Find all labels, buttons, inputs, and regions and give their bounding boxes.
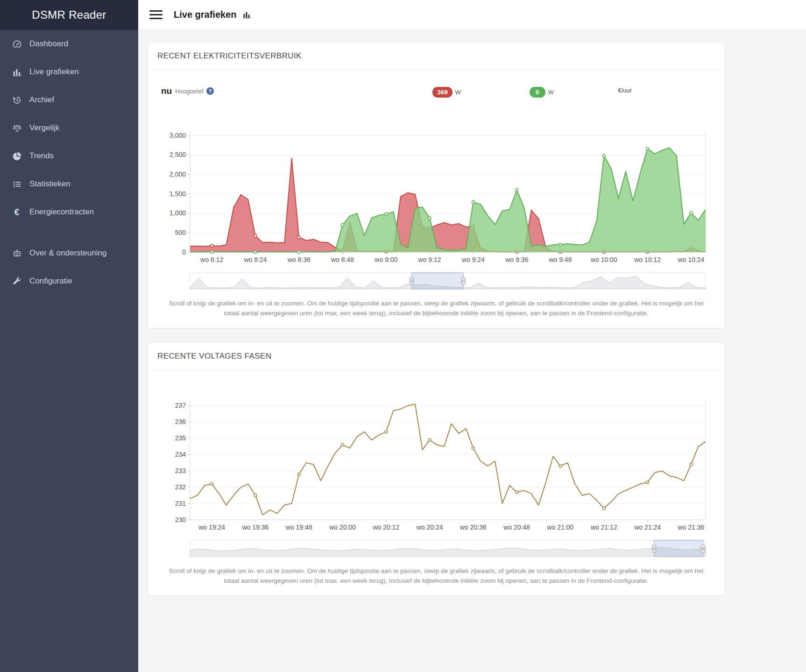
hamburger-menu-icon[interactable] bbox=[149, 8, 163, 21]
sidebar-item-label: Archief bbox=[29, 95, 54, 105]
electricity-card-title: RECENT ELEKTRICITEITSVERBRUIK bbox=[148, 42, 724, 70]
svg-text:wo 21:24: wo 21:24 bbox=[634, 523, 661, 531]
svg-text:wo 20:00: wo 20:00 bbox=[329, 523, 356, 531]
series-marker bbox=[211, 482, 213, 485]
robot-icon bbox=[11, 248, 22, 259]
usage-badge-group: 369 W bbox=[432, 87, 460, 98]
pie-chart-icon bbox=[11, 150, 22, 162]
svg-text:wo 8:36: wo 8:36 bbox=[287, 256, 311, 263]
sidebar-item-energiecontracten[interactable]: €Energiecontracten bbox=[0, 198, 138, 226]
series-marker bbox=[690, 463, 693, 466]
series-marker bbox=[297, 251, 300, 254]
svg-text:wo 19:48: wo 19:48 bbox=[285, 523, 312, 531]
scale-icon bbox=[11, 122, 22, 134]
series-marker bbox=[602, 507, 605, 509]
svg-text:wo 9:24: wo 9:24 bbox=[461, 256, 485, 263]
svg-text:232: 232 bbox=[175, 483, 186, 491]
bar-chart-icon bbox=[11, 66, 22, 78]
euro-icon: € bbox=[11, 206, 22, 218]
series-marker bbox=[428, 217, 431, 219]
series-marker bbox=[646, 148, 649, 150]
series-marker bbox=[385, 431, 388, 433]
electricity-chart[interactable]: 05001,0001,5002,0002,5003,000wo 8:12wo 8… bbox=[157, 128, 716, 290]
svg-text:0: 0 bbox=[182, 248, 186, 256]
usage-unit: W bbox=[455, 89, 461, 96]
series-marker bbox=[428, 439, 431, 441]
history-icon bbox=[11, 94, 22, 106]
voltage-chart[interactable]: 230231232233234235236237wo 19:24wo 19:36… bbox=[157, 396, 716, 557]
sidebar-item-vergelijk[interactable]: Vergelijk bbox=[0, 114, 138, 142]
svg-text:wo 21:00: wo 21:00 bbox=[547, 523, 574, 531]
svg-text:237: 237 bbox=[175, 402, 186, 409]
navigator-handle-right[interactable] bbox=[461, 277, 465, 285]
series-marker bbox=[472, 446, 474, 449]
svg-text:wo 20:24: wo 20:24 bbox=[416, 523, 443, 531]
svg-text:231: 231 bbox=[175, 499, 186, 507]
navigator-handle-right[interactable] bbox=[701, 545, 705, 552]
series-marker bbox=[602, 155, 605, 157]
sidebar-item-over-ondersteuning[interactable]: Over & ondersteuning bbox=[0, 239, 138, 267]
sidebar-item-live-grafieken[interactable]: Live grafieken bbox=[0, 58, 138, 86]
series-marker bbox=[211, 244, 213, 247]
svg-text:1,000: 1,000 bbox=[170, 209, 186, 217]
list-icon bbox=[11, 178, 22, 190]
sidebar-nav: DashboardLive grafiekenArchiefVergelijkT… bbox=[0, 30, 138, 295]
sidebar-item-dashboard[interactable]: Dashboard bbox=[0, 30, 138, 58]
tariff-label: Hoogtarief bbox=[175, 88, 203, 95]
gauge-icon bbox=[11, 38, 22, 50]
sidebar-item-label: Energiecontracten bbox=[29, 207, 94, 217]
bar-chart-icon bbox=[242, 10, 251, 19]
sidebar-item-label: Trends bbox=[29, 151, 54, 161]
navigator-selection[interactable] bbox=[412, 273, 463, 290]
series-marker bbox=[297, 236, 300, 239]
return-badge: 0 bbox=[530, 87, 545, 98]
app-title: DSMR Reader bbox=[0, 0, 138, 30]
sidebar-item-label: Live grafieken bbox=[29, 67, 79, 77]
sidebar-item-trends[interactable]: Trends bbox=[0, 142, 138, 170]
series-marker bbox=[516, 491, 518, 494]
current-readings-row: nu Hoogtarief ? 369 W 0 W €/uur bbox=[161, 86, 715, 101]
sidebar-item-configuratie[interactable]: Configuratie bbox=[0, 267, 138, 295]
chart-navigator[interactable] bbox=[190, 273, 706, 290]
svg-text:wo 20:36: wo 20:36 bbox=[460, 523, 487, 531]
series-marker bbox=[297, 473, 300, 475]
svg-text:wo 8:48: wo 8:48 bbox=[331, 256, 354, 263]
sidebar-item-label: Over & ondersteuning bbox=[29, 248, 106, 258]
help-icon[interactable]: ? bbox=[206, 87, 214, 95]
navigator-handle-left[interactable] bbox=[652, 545, 656, 552]
voltages-card: RECENTE VOLTAGES FASEN 23023123223323423… bbox=[148, 342, 725, 596]
svg-text:wo 10:24: wo 10:24 bbox=[677, 256, 704, 263]
svg-text:235: 235 bbox=[175, 434, 186, 442]
svg-text:230: 230 bbox=[175, 516, 186, 523]
series-marker bbox=[516, 189, 518, 191]
navigator-handle-left[interactable] bbox=[410, 277, 414, 285]
usage-badge: 369 bbox=[432, 87, 452, 98]
electricity-help-text: Scroll of knijp de grafiek om in- en uit… bbox=[157, 299, 715, 318]
series-marker bbox=[254, 494, 257, 497]
svg-text:wo 19:36: wo 19:36 bbox=[241, 523, 269, 531]
now-label: nu bbox=[161, 86, 172, 96]
voltages-help-text: Scroll of knijp de grafiek om in- en uit… bbox=[157, 566, 715, 586]
series-marker bbox=[254, 234, 257, 237]
topbar: Live grafieken bbox=[138, 0, 806, 30]
svg-text:wo 8:12: wo 8:12 bbox=[200, 256, 223, 263]
series-marker bbox=[341, 443, 344, 446]
sidebar-item-archief[interactable]: Archief bbox=[0, 86, 138, 114]
svg-text:wo 8:24: wo 8:24 bbox=[243, 256, 267, 263]
page-title: Live grafieken bbox=[174, 9, 251, 20]
sidebar-item-label: Dashboard bbox=[29, 39, 68, 49]
svg-text:wo 9:12: wo 9:12 bbox=[418, 256, 441, 263]
svg-text:wo 10:00: wo 10:00 bbox=[590, 256, 617, 263]
navigator-selection[interactable] bbox=[654, 540, 703, 557]
svg-text:1,500: 1,500 bbox=[170, 190, 186, 198]
chart-navigator[interactable] bbox=[190, 540, 706, 557]
svg-text:wo 10:12: wo 10:12 bbox=[634, 256, 661, 263]
svg-text:236: 236 bbox=[175, 418, 186, 425]
sidebar-item-statistieken[interactable]: Statistieken bbox=[0, 170, 138, 198]
sidebar: DSMR Reader DashboardLive grafiekenArchi… bbox=[0, 0, 138, 672]
series-marker bbox=[472, 201, 474, 204]
svg-text:wo 9:00: wo 9:00 bbox=[374, 256, 397, 263]
svg-text:wo 19:24: wo 19:24 bbox=[198, 523, 225, 531]
svg-text:233: 233 bbox=[175, 467, 186, 474]
cost-group: €/uur bbox=[618, 87, 632, 94]
